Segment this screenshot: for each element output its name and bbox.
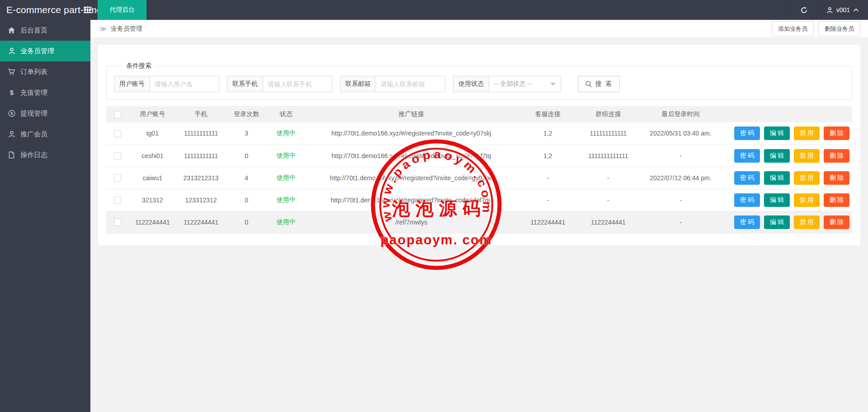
sidebar-item-3[interactable]: $充值管理 — [0, 82, 90, 103]
delete-button[interactable]: 删除 — [824, 126, 849, 140]
table-row: 112224444111222444410使用中/ref/7mwlys11222… — [106, 211, 852, 233]
sidebar-item-5[interactable]: 推广会员 — [0, 124, 90, 145]
hamburger-icon — [84, 7, 92, 13]
svg-text:$: $ — [9, 89, 14, 96]
delete-button[interactable]: 删除 — [824, 171, 849, 185]
row-checkbox[interactable] — [114, 130, 121, 137]
username: v001 — [836, 6, 850, 14]
delete-salesman-button[interactable]: 删除业务员 — [818, 21, 860, 37]
column-header: 手机 — [176, 106, 226, 122]
edit-button[interactable]: 编辑 — [764, 215, 790, 229]
cell-checkbox — [106, 189, 129, 211]
delete-button[interactable]: 删除 — [824, 149, 849, 163]
sidebar-item-label: 后台首页 — [20, 26, 47, 35]
edit-button[interactable]: 编辑 — [764, 193, 790, 207]
cell-group-link: 1111111111111 — [578, 145, 639, 167]
sidebar-item-0[interactable]: 后台首页 — [0, 20, 90, 41]
column-header: 最后登录时间 — [639, 106, 722, 122]
cell-status: 使用中 — [267, 211, 305, 233]
disable-button[interactable]: 禁用 — [794, 171, 820, 185]
edit-button[interactable]: 编辑 — [764, 149, 790, 163]
refresh-button[interactable] — [791, 0, 817, 20]
disable-button[interactable]: 禁用 — [794, 193, 820, 207]
cell-phone: 2313212313 — [176, 167, 226, 189]
cell-account: caiwu1 — [129, 167, 177, 189]
password-button[interactable]: 密码 — [734, 171, 760, 185]
cell-promo-link: http://70t1.demo166.xyz/#/registered?inv… — [305, 167, 518, 189]
cell-service-link: 1122244441 — [518, 211, 578, 233]
password-button[interactable]: 密码 — [734, 149, 760, 163]
chevron-up-icon — [853, 8, 859, 12]
search-icon — [585, 80, 592, 88]
cell-status: 使用中 — [267, 189, 305, 211]
tab-label: 代理后台 — [109, 6, 135, 14]
cell-account: ceshi01 — [129, 145, 177, 167]
delete-button[interactable]: 删除 — [824, 193, 849, 207]
dollar-icon: $ — [8, 89, 15, 96]
password-button[interactable]: 密码 — [734, 193, 760, 207]
status-field-label: 使用状态 — [453, 76, 489, 92]
edit-button[interactable]: 编辑 — [764, 171, 790, 185]
content-card: 条件搜索 用户账号 联系手机 联系邮箱 使用状态 -- 全部 — [98, 45, 860, 245]
status-select[interactable]: -- 全部状态 -- — [489, 76, 561, 92]
sidebar-item-label: 提现管理 — [20, 109, 47, 118]
password-button[interactable]: 密码 — [734, 126, 760, 140]
phone-field-label: 联系手机 — [227, 76, 263, 92]
svg-text:$: $ — [10, 111, 13, 116]
breadcrumb-chevrons-icon: ≫ — [99, 25, 107, 33]
sidebar-item-label: 业务员管理 — [20, 47, 54, 56]
tab-agent-admin[interactable]: 代理后台 — [98, 0, 146, 20]
account-field-group: 用户账号 — [114, 76, 219, 92]
password-button[interactable]: 密码 — [734, 215, 760, 229]
disable-button[interactable]: 禁用 — [794, 126, 820, 140]
cell-login-count: 3 — [226, 122, 267, 145]
disable-button[interactable]: 禁用 — [794, 215, 820, 229]
user-icon — [8, 47, 15, 55]
user-menu[interactable]: v001 — [817, 0, 868, 20]
table-row: 3213121233123120使用中http://70t1.demo166.x… — [106, 189, 852, 211]
add-salesman-button[interactable]: 添加业务员 — [772, 21, 814, 37]
cell-service-link: 1,2 — [518, 122, 578, 145]
page-title: 业务员管理 — [111, 25, 142, 33]
navbar-right: v001 — [791, 0, 868, 20]
cell-actions: 密码编辑禁用删除 — [722, 189, 852, 211]
row-checkbox[interactable] — [114, 197, 121, 204]
header-actions — [722, 106, 852, 122]
cell-service-link: - — [518, 189, 578, 211]
table-row: caiwu123132123134使用中http://70t1.demo166.… — [106, 167, 852, 189]
account-input[interactable] — [150, 76, 219, 92]
select-all-checkbox[interactable] — [114, 111, 121, 118]
cell-last-login: 2022/05/31 03:40 am. — [639, 122, 722, 145]
sidebar: 后台首页业务员管理订单列表$充值管理$提现管理推广会员操作日志 — [0, 20, 90, 412]
edit-button[interactable]: 编辑 — [764, 126, 790, 140]
delete-button[interactable]: 删除 — [824, 215, 849, 229]
cell-checkbox — [106, 122, 129, 145]
phone-input[interactable] — [263, 76, 332, 92]
cell-group-link: - — [578, 167, 639, 189]
sidebar-item-4[interactable]: $提现管理 — [0, 103, 90, 124]
email-input[interactable] — [376, 76, 445, 92]
cell-promo-link: /ref/7mwlys — [305, 211, 518, 233]
cell-account: 1122244441 — [129, 211, 177, 233]
row-checkbox[interactable] — [114, 152, 121, 159]
sidebar-item-2[interactable]: 订单列表 — [0, 61, 90, 82]
main-area: ≫ 业务员管理 添加业务员 删除业务员 条件搜索 用户账号 联系手机 联系邮箱 — [90, 20, 868, 412]
search-button[interactable]: 搜 索 — [578, 76, 620, 92]
sidebar-item-1[interactable]: 业务员管理 — [0, 41, 90, 61]
menu-toggle-button[interactable] — [78, 0, 98, 20]
cell-phone: 11111111111 — [176, 122, 226, 145]
row-checkbox[interactable] — [114, 219, 121, 226]
cell-checkbox — [106, 211, 129, 233]
cart-icon — [8, 68, 15, 75]
sidebar-item-6[interactable]: 操作日志 — [0, 145, 90, 165]
cell-last-login: - — [639, 211, 722, 233]
disable-button[interactable]: 禁用 — [794, 149, 820, 163]
row-checkbox[interactable] — [114, 174, 121, 182]
cell-status: 使用中 — [267, 122, 305, 145]
cell-phone: 1122244441 — [176, 211, 226, 233]
status-badge: 使用中 — [277, 196, 296, 203]
cell-login-count: 0 — [226, 189, 267, 211]
status-badge: 使用中 — [277, 174, 296, 181]
dollar-circle-icon: $ — [8, 110, 15, 117]
salesman-table: 用户账号手机登录次数状态推广链接客服连接群组连接最后登录时间 tg0111111… — [106, 106, 852, 234]
